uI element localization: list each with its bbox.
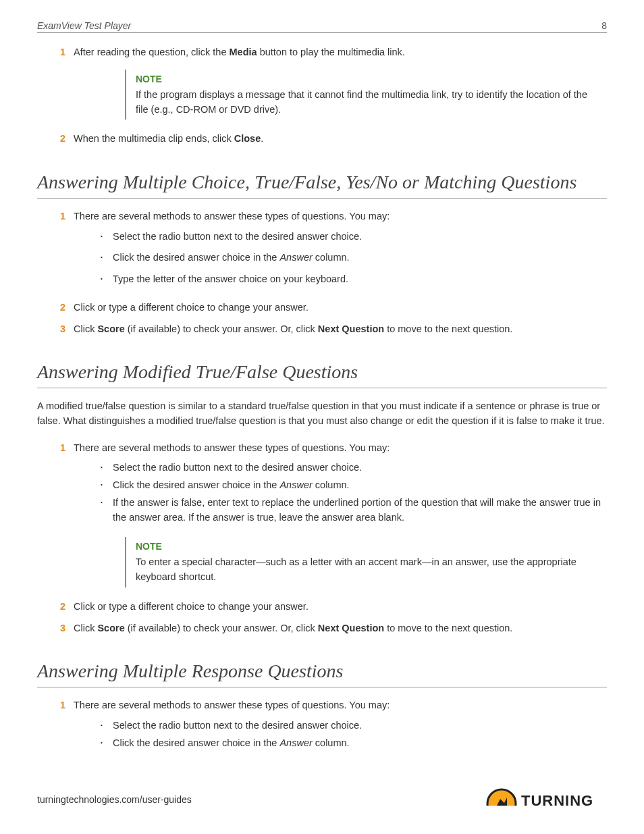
heading-multiple-choice: Answering Multiple Choice, True/False, Y… <box>37 170 607 199</box>
list-item: Click the desired answer choice in the A… <box>101 478 607 493</box>
footer-url: turningtechnologies.com/user-guides <box>37 794 192 805</box>
turning-logo: TURNING t e c h n o l o g i e s <box>486 788 620 806</box>
answer-italic: Answer <box>279 252 312 263</box>
text: Click the desired answer choice in the <box>113 479 279 490</box>
note-text: To enter a special character—such as a l… <box>136 555 600 585</box>
step-number: 3 <box>57 621 65 636</box>
text: Click or type a different choice to chan… <box>74 600 607 615</box>
text: After reading the question, click the <box>74 47 230 57</box>
text: button to play the multimedia link. <box>257 47 405 57</box>
next-question-bold: Next Question <box>318 323 384 334</box>
step-3: 3 Click Score (if available) to check yo… <box>57 621 607 636</box>
mr-steps: 1 There are several methods to answer th… <box>57 698 607 753</box>
mtf-bullets: Select the radio button next to the desi… <box>101 461 607 525</box>
page-number: 8 <box>601 20 607 31</box>
note-text: If the program displays a message that i… <box>136 88 600 118</box>
text: (if available) to check your answer. Or,… <box>125 623 318 633</box>
mtf-intro: A modified true/false question is simila… <box>37 399 607 429</box>
turning-logo-icon <box>486 788 517 806</box>
text: There are several methods to answer thes… <box>74 700 390 710</box>
step-1: 1 After reading the question, click the … <box>57 45 607 60</box>
list-item: Click the desired answer choice in the A… <box>101 251 607 265</box>
mc-steps: 1 There are several methods to answer th… <box>57 209 607 337</box>
step-number: 1 <box>57 441 65 528</box>
text: to move to the next question. <box>384 323 512 334</box>
next-question-bold: Next Question <box>318 623 384 633</box>
text: When the multimedia clip ends, click <box>74 133 234 144</box>
note-label: NOTE <box>136 72 600 86</box>
step-1: 1 There are several methods to answer th… <box>57 698 607 753</box>
list-item: Select the radio button next to the desi… <box>101 719 607 733</box>
text: column. <box>313 479 350 490</box>
list-item: Type the letter of the answer choice on … <box>101 272 607 287</box>
text: There are several methods to answer thes… <box>74 442 390 453</box>
step-number: 2 <box>57 132 65 147</box>
step-3: 3 Click Score (if available) to check yo… <box>57 322 607 337</box>
note-callout: NOTE If the program displays a message t… <box>125 70 607 120</box>
page-footer: turningtechnologies.com/user-guides TURN… <box>37 793 607 806</box>
close-bold: Close <box>234 133 261 144</box>
media-steps: 1 After reading the question, click the … <box>57 45 607 60</box>
mtf-steps: 1 There are several methods to answer th… <box>57 441 607 528</box>
text: There are several methods to answer thes… <box>74 211 390 221</box>
list-item: Select the radio button next to the desi… <box>101 230 607 244</box>
step-number: 2 <box>57 301 65 315</box>
media-bold: Media <box>230 47 257 57</box>
mr-bullets: Select the radio button next to the desi… <box>101 719 607 751</box>
note-label: NOTE <box>136 540 600 554</box>
step-number: 1 <box>57 209 65 294</box>
mc-bullets: Select the radio button next to the desi… <box>101 230 607 287</box>
logo-text-main: TURNING <box>521 793 620 806</box>
text: Click the desired answer choice in the <box>113 737 279 748</box>
mtf-steps-cont: 2 Click or type a different choice to ch… <box>57 600 607 636</box>
step-2: 2 Click or type a different choice to ch… <box>57 301 607 315</box>
heading-modified-tf: Answering Modified True/False Questions <box>37 359 607 388</box>
score-bold: Score <box>97 323 124 334</box>
heading-multiple-response: Answering Multiple Response Questions <box>37 658 607 687</box>
media-steps-cont: 2 When the multimedia clip ends, click C… <box>57 132 607 147</box>
answer-italic: Answer <box>279 737 312 748</box>
step-number: 1 <box>57 698 65 753</box>
text: column. <box>313 737 350 748</box>
text: column. <box>313 252 350 263</box>
step-number: 2 <box>57 600 65 615</box>
text: (if available) to check your answer. Or,… <box>125 323 318 334</box>
list-item: If the answer is false, enter text to re… <box>101 496 607 525</box>
step-1: 1 There are several methods to answer th… <box>57 441 607 528</box>
step-2: 2 Click or type a different choice to ch… <box>57 600 607 615</box>
text: Click the desired answer choice in the <box>113 252 279 263</box>
step-number: 3 <box>57 322 65 337</box>
score-bold: Score <box>97 623 124 633</box>
text: Click <box>74 623 97 633</box>
text: to move to the next question. <box>384 623 512 633</box>
page-header: ExamView Test Player 8 <box>37 20 607 33</box>
text: Click <box>74 323 97 334</box>
text: Click or type a different choice to chan… <box>74 301 607 315</box>
text: . <box>261 133 263 144</box>
list-item: Click the desired answer choice in the A… <box>101 736 607 751</box>
step-1: 1 There are several methods to answer th… <box>57 209 607 294</box>
note-callout: NOTE To enter a special character—such a… <box>125 537 607 588</box>
answer-italic: Answer <box>279 479 312 490</box>
doc-title: ExamView Test Player <box>37 20 131 31</box>
step-number: 1 <box>57 45 65 60</box>
step-2: 2 When the multimedia clip ends, click C… <box>57 132 607 147</box>
list-item: Select the radio button next to the desi… <box>101 461 607 475</box>
